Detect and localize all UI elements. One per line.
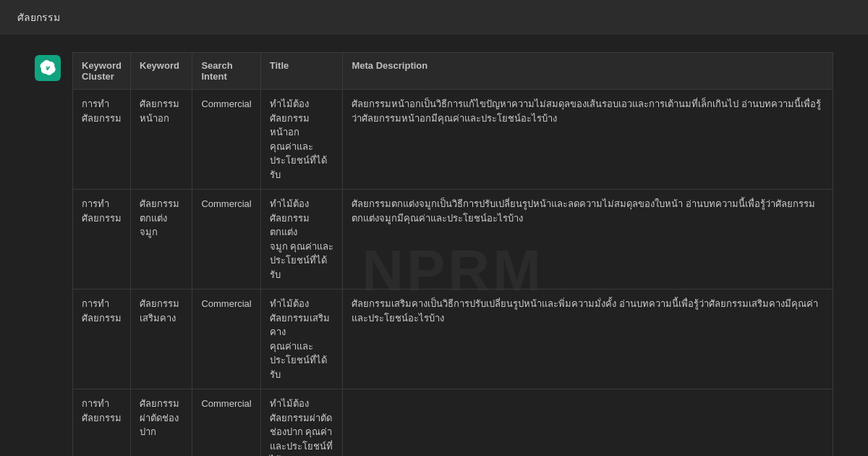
avatar bbox=[35, 55, 61, 81]
table-row: การทำศัลยกรรมศัลยกรรมผ่าตัดช่องปากCommer… bbox=[73, 389, 833, 457]
cell-cluster: การทำศัลยกรรม bbox=[73, 290, 131, 389]
keyword-table: KeywordCluster Keyword SearchIntent Titl… bbox=[72, 52, 833, 456]
cell-cluster: การทำศัลยกรรม bbox=[73, 90, 131, 190]
page-title: ศัลยกรรม bbox=[17, 9, 60, 25]
col-header-keyword: Keyword bbox=[131, 53, 192, 90]
cell-description: ศัลยกรรมเสริมคางเป็นวิธีการปรับเปลี่ยนรู… bbox=[343, 290, 833, 389]
cell-keyword: ศัลยกรรมหน้าอก bbox=[131, 90, 192, 190]
cell-intent: Commercial bbox=[192, 290, 260, 389]
cell-description: ศัลยกรรมตกแต่งจมูกเป็นวิธีการปรับเปลี่ยน… bbox=[343, 190, 833, 290]
table-container: 👍 👎 NPRM KeywordCluster Keyword SearchIn… bbox=[72, 52, 833, 456]
top-bar: ศัลยกรรม bbox=[0, 0, 868, 35]
cell-cluster: การทำศัลยกรรม bbox=[73, 190, 131, 290]
cell-description: ศัลยกรรมหน้าอกเป็นวิธีการแก้ไขปัญหาความไ… bbox=[343, 90, 833, 190]
table-row: การทำศัลยกรรมศัลยกรรมหน้าอกCommercialทำไ… bbox=[73, 90, 833, 190]
col-header-title: Title bbox=[260, 53, 343, 90]
cell-keyword: ศัลยกรรมตกแต่งจมูก bbox=[131, 190, 192, 290]
cell-keyword: ศัลยกรรมผ่าตัดช่องปาก bbox=[131, 389, 192, 457]
main-content: 👍 👎 NPRM KeywordCluster Keyword SearchIn… bbox=[0, 35, 868, 456]
cell-title: ทำไม้ต้องศัลยกรรมหน้าอกคุณค่าและประโยชน์… bbox=[260, 90, 343, 190]
col-header-description: Meta Description bbox=[343, 53, 833, 90]
cell-intent: Commercial bbox=[192, 190, 260, 290]
cell-title: ทำไม้ต้องศัลยกรรมเสริมคางคุณค่าและประโยช… bbox=[260, 290, 343, 389]
cell-intent: Commercial bbox=[192, 90, 260, 190]
cell-description bbox=[343, 389, 833, 457]
col-header-intent: SearchIntent bbox=[192, 53, 260, 90]
table-row: การทำศัลยกรรมศัลยกรรมเสริมคางCommercialท… bbox=[73, 290, 833, 389]
col-header-cluster: KeywordCluster bbox=[73, 53, 131, 90]
cell-title: ทำไม้ต้องศัลยกรรมผ่าตัดช่องปาก คุณค่าและ… bbox=[260, 389, 343, 457]
cell-intent: Commercial bbox=[192, 389, 260, 457]
cell-cluster: การทำศัลยกรรม bbox=[73, 389, 131, 457]
cell-keyword: ศัลยกรรมเสริมคาง bbox=[131, 290, 192, 389]
table-row: การทำศัลยกรรมศัลยกรรมตกแต่งจมูกCommercia… bbox=[73, 190, 833, 290]
cell-title: ทำไม้ต้องศัลยกรรมตกแต่งจมูก คุณค่าและประ… bbox=[260, 190, 343, 290]
